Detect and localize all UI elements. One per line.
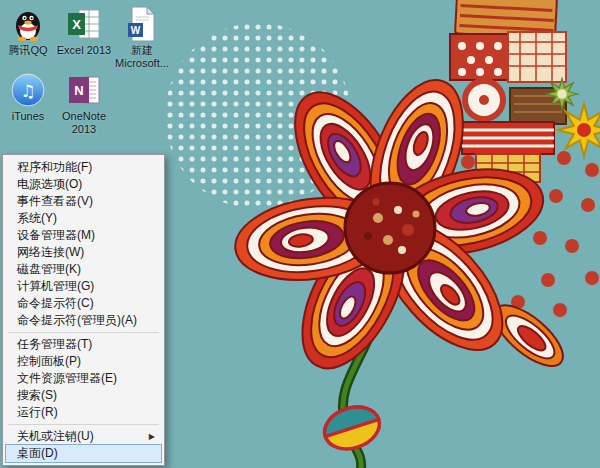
qq-icon <box>10 6 46 42</box>
menu-item-label: 程序和功能(F) <box>17 160 92 174</box>
menu-item-label: 控制面板(P) <box>17 354 81 368</box>
collage-figure-decoration <box>450 0 566 221</box>
menu-item-device-manager[interactable]: 设备管理器(M) <box>6 227 161 244</box>
polka-dots-decoration <box>429 143 599 317</box>
menu-item-label: 命令提示符(C) <box>17 296 94 310</box>
desktop-icon-label: 新建 Microsoft... <box>111 44 173 70</box>
menu-item-label: 关机或注销(U) <box>17 429 94 443</box>
menu-item-label: 系统(Y) <box>17 211 57 225</box>
menu-item-label: 电源选项(O) <box>17 177 82 191</box>
menu-item-label: 搜索(S) <box>17 388 57 402</box>
menu-item-label: 桌面(D) <box>17 446 58 460</box>
excel-icon: X <box>66 6 102 42</box>
word-document-icon: W <box>124 6 160 42</box>
desktop-icon-label: Excel 2013 <box>53 44 115 57</box>
menu-item-task-manager[interactable]: 任务管理器(T) <box>6 336 161 353</box>
striped-flower <box>230 68 551 385</box>
desktop-icon-label: 腾讯QQ <box>0 44 59 57</box>
svg-text:N: N <box>74 83 83 98</box>
menu-item-label: 计算机管理(G) <box>17 279 94 293</box>
desktop-icon-excel[interactable]: X Excel 2013 <box>53 6 115 57</box>
desktop-icon-itunes[interactable]: ♫ iTunes <box>0 72 59 123</box>
menu-separator <box>8 424 159 425</box>
winx-menu: 程序和功能(F) 电源选项(O) 事件查看器(V) 系统(Y) 设备管理器(M)… <box>2 154 165 466</box>
menu-item-label: 网络连接(W) <box>17 245 84 259</box>
dotted-circle-decoration <box>165 23 351 209</box>
menu-item-label: 文件资源管理器(E) <box>17 371 117 385</box>
menu-item-label: 磁盘管理(K) <box>17 262 81 276</box>
menu-item-shutdown-or-signout[interactable]: 关机或注销(U) ▶ <box>6 428 161 445</box>
menu-item-event-viewer[interactable]: 事件查看器(V) <box>6 193 161 210</box>
desktop-icon-onenote[interactable]: N OneNote 2013 <box>53 72 115 136</box>
menu-item-command-prompt-admin[interactable]: 命令提示符(管理员)(A) <box>6 312 161 329</box>
menu-item-label: 设备管理器(M) <box>17 228 95 242</box>
desktop-icon-word-doc[interactable]: W 新建 Microsoft... <box>111 6 173 70</box>
menu-item-file-explorer[interactable]: 文件资源管理器(E) <box>6 370 161 387</box>
menu-item-label: 事件查看器(V) <box>17 194 93 208</box>
svg-text:♫: ♫ <box>20 81 35 101</box>
submenu-arrow-icon: ▶ <box>149 428 155 445</box>
desktop-icon-qq[interactable]: 腾讯QQ <box>0 6 59 57</box>
menu-item-control-panel[interactable]: 控制面板(P) <box>6 353 161 370</box>
menu-separator <box>8 332 159 333</box>
menu-item-run[interactable]: 运行(R) <box>6 404 161 421</box>
menu-item-network-connections[interactable]: 网络连接(W) <box>6 244 161 261</box>
menu-item-disk-management[interactable]: 磁盘管理(K) <box>6 261 161 278</box>
menu-item-search[interactable]: 搜索(S) <box>6 387 161 404</box>
itunes-icon: ♫ <box>10 72 46 108</box>
menu-item-system[interactable]: 系统(Y) <box>6 210 161 227</box>
flower-leaf <box>485 295 572 377</box>
menu-item-label: 任务管理器(T) <box>17 337 92 351</box>
menu-item-computer-management[interactable]: 计算机管理(G) <box>6 278 161 295</box>
menu-item-command-prompt[interactable]: 命令提示符(C) <box>6 295 161 312</box>
menu-item-label: 命令提示符(管理员)(A) <box>17 313 137 327</box>
menu-item-programs-and-features[interactable]: 程序和功能(F) <box>6 159 161 176</box>
svg-text:W: W <box>131 25 141 36</box>
yellow-starburst-decoration <box>558 104 600 156</box>
flower-bulb <box>319 400 385 455</box>
desktop-icon-label: OneNote 2013 <box>53 110 115 136</box>
flower-stem <box>343 290 383 468</box>
onenote-icon: N <box>66 72 102 108</box>
menu-item-power-options[interactable]: 电源选项(O) <box>6 176 161 193</box>
desktop-icon-label: iTunes <box>0 110 59 123</box>
svg-text:X: X <box>72 17 81 32</box>
menu-item-desktop[interactable]: 桌面(D) <box>6 445 161 462</box>
menu-item-label: 运行(R) <box>17 405 58 419</box>
green-starburst-decoration <box>546 78 577 109</box>
